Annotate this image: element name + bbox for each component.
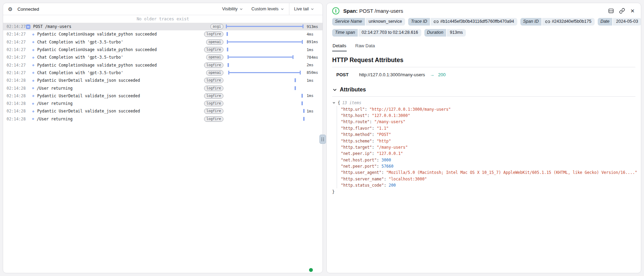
tab-raw-data[interactable]: Raw Data [355,42,375,51]
json-entry: "http.status_code": 200 [341,182,635,188]
chevron-down-icon [310,7,314,11]
json-entry: "http.server_name": "localhost:3000" [341,176,635,182]
tab-details[interactable]: Details [332,42,347,51]
attributes-heading[interactable]: Attributes [332,87,635,97]
span-timeline [226,115,304,123]
trace-row[interactable]: 02:14:28 ◆ Pydantic UserDetail validate_… [3,107,323,115]
trace-row[interactable]: 02:14:28 ● /User returning logfire [3,84,323,92]
trace-timestamp: 02:14:27 [7,47,26,52]
connection-status: Connected [17,7,39,12]
span-type-icon: ● [32,102,34,105]
json-key: "http.flavor" [341,126,372,131]
json-value: "http://127.0.0.1:3000/many-users" [369,107,451,112]
json-root-line[interactable]: { 13 items [332,100,635,106]
trace-timestamp: 02:14:28 [7,93,26,98]
span-type-icon [26,24,30,29]
scope-tag-badge: asgi [210,24,223,29]
trace-timestamp: 02:14:28 [7,101,26,106]
span-timeline [226,77,304,84]
close-brace: } [332,189,335,194]
span-label: Pydantic UserDetail validate_json succee… [37,93,140,98]
json-key: "http.host" [341,113,367,118]
menu-visibility[interactable]: Visibility [218,3,247,15]
menu-live-tail[interactable]: Live tail [290,3,318,15]
span-name: POST /many-users [359,8,403,14]
trace-row[interactable]: 02:14:27 ◆ Chat Completion with 'gpt-3.5… [3,38,323,46]
span-timeline [226,23,304,30]
header-menus: VisibilityCustom levelsLive tail [218,3,318,15]
json-key: "net.host.port" [341,158,377,162]
trace-row[interactable]: 02:14:27 ◆ Pydantic CompletionUsage vali… [3,30,323,38]
trace-row[interactable]: 02:14:27 ◆ Pydantic CompletionUsage vali… [3,61,323,69]
metadata-badge: Service Name unknown_service [332,18,405,26]
span-type-icon: ◆ [32,94,35,98]
trace-list: 02:14:27 POST /many-users asgi 913ms 02:… [3,23,323,123]
attributes-title: Attributes [340,87,366,93]
items-count: 13 items [342,100,361,105]
settings-gear-icon[interactable]: ⚙ [8,7,12,12]
trace-row[interactable]: 02:14:28 ◆ Pydantic UserDetail validate_… [3,77,323,84]
split-panel-icon[interactable] [608,8,614,14]
trace-row[interactable]: 02:14:27 ◆ Chat Completion with 'gpt-3.5… [3,69,323,77]
arrow-right-icon: → [430,72,434,77]
menu-custom-levels[interactable]: Custom levels [247,3,288,15]
span-duration: 4ms [304,32,323,37]
metadata-badge: Date 2024-05-03 [598,18,641,26]
trace-row[interactable]: 02:14:28 ◆ Pydantic UserDetail validate_… [3,92,323,100]
span-type-icon: ◆ [32,32,35,36]
copy-link-icon[interactable] [619,8,625,14]
json-value: "/many-users" [377,145,408,150]
duration-tick [303,109,305,113]
json-key: "http.server_name" [341,177,384,181]
span-label: /User returning [37,101,73,106]
badge-value: 913ms [450,30,463,36]
trace-timestamp: 02:14:28 [7,109,26,114]
badge-label: Service Name [332,18,365,26]
link-icon[interactable] [545,19,550,24]
trace-row[interactable]: 02:14:28 ● /User returning logfire [3,115,323,123]
open-brace: { [338,100,340,105]
trace-row[interactable]: 02:14:27 POST /many-users asgi 913ms [3,23,323,30]
span-type-icon: ◆ [32,79,35,82]
json-key: "net.peer.ip" [341,151,372,156]
panel-resize-handle[interactable] [319,135,326,144]
link-icon[interactable] [434,19,439,24]
badge-value: 02:14:27.703 to 02:14:28.616 [362,30,418,36]
span-label: /User returning [37,86,73,91]
duration-tick [228,63,229,67]
trace-row[interactable]: 02:14:27 ◆ Chat Completion with 'gpt-3.5… [3,53,323,61]
trace-timestamp: 02:14:28 [7,117,26,121]
json-entry: "http.method": "POST" [341,131,635,138]
live-indicator-dot [309,268,313,272]
span-type-icon: ● [32,87,34,90]
request-method: POST [336,72,359,77]
span-duration: 2ms [304,63,323,67]
json-entry: "http.url": "http://127.0.0.1:3000/many-… [341,106,635,112]
span-type-icon: ◆ [32,40,35,44]
scope-tag-badge: logfire [204,101,223,106]
span-timeline [226,46,304,53]
json-entry: "net.host.port": 3000 [341,157,635,163]
span-timeline [226,100,304,107]
json-key: "http.user_agent" [341,170,382,175]
badge-value: unknown_service [369,19,402,24]
trace-timestamp: 02:14:28 [7,86,26,91]
json-entries: "http.url": "http://127.0.0.1:3000/many-… [337,106,635,188]
span-label: Pydantic UserDetail validate_json succee… [37,78,140,83]
json-entry: "http.user_agent": "Mozilla/5.0 (Macinto… [341,169,635,176]
json-collapse-icon[interactable] [332,101,336,105]
scope-tag-badge: logfire [204,93,223,99]
trace-timestamp: 02:14:27 [7,63,26,68]
trace-row[interactable]: 02:14:27 ◆ Pydantic CompletionUsage vali… [3,46,323,53]
trace-row[interactable]: 02:14:28 ● /User returning logfire [3,100,323,107]
duration-bar [228,55,294,59]
json-entry: "http.host": "127.0.0.1:3000" [341,112,635,119]
span-timeline [226,69,304,77]
info-icon: i [332,7,339,14]
badge-label: Span ID [520,18,541,26]
duration-bar [228,71,301,75]
duration-tick [227,32,228,36]
badge-label: Trace ID [408,18,430,26]
json-key: "http.scheme" [341,139,372,144]
close-icon[interactable]: ✕ [630,8,635,13]
